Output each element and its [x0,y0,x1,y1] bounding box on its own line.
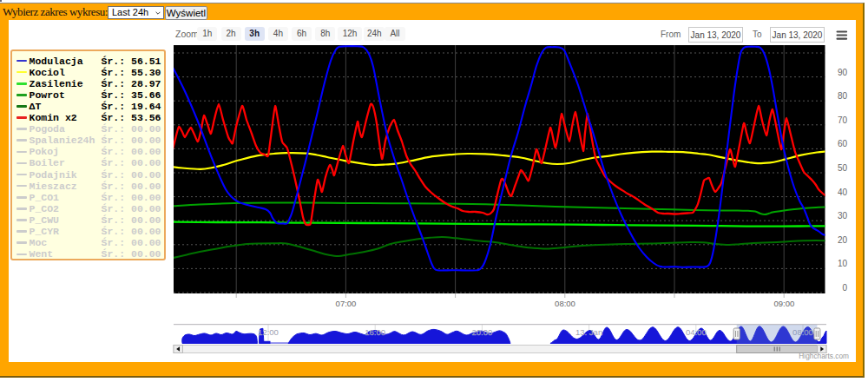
svg-text:09:00: 09:00 [774,299,795,308]
svg-text:70: 70 [838,115,848,125]
svg-text:12:00: 12:00 [258,327,279,337]
svg-text:60: 60 [838,139,848,148]
svg-text:30: 30 [838,211,848,221]
svg-text:20: 20 [838,235,848,245]
svg-text:08:00: 08:00 [555,299,575,308]
svg-text:10: 10 [838,259,848,268]
svg-text:40: 40 [838,188,848,197]
svg-text:90: 90 [838,68,848,77]
svg-text:13. Jan: 13. Jan [575,327,602,337]
svg-text:50: 50 [838,163,848,173]
svg-text:20:00: 20:00 [472,327,493,337]
svg-text:07:00: 07:00 [336,299,357,308]
svg-text:Highcharts.com: Highcharts.com [799,352,849,360]
svg-text:04:00: 04:00 [686,327,707,337]
svg-text:80: 80 [838,91,848,101]
svg-text:0: 0 [842,283,847,293]
svg-text:16:00: 16:00 [365,327,385,337]
